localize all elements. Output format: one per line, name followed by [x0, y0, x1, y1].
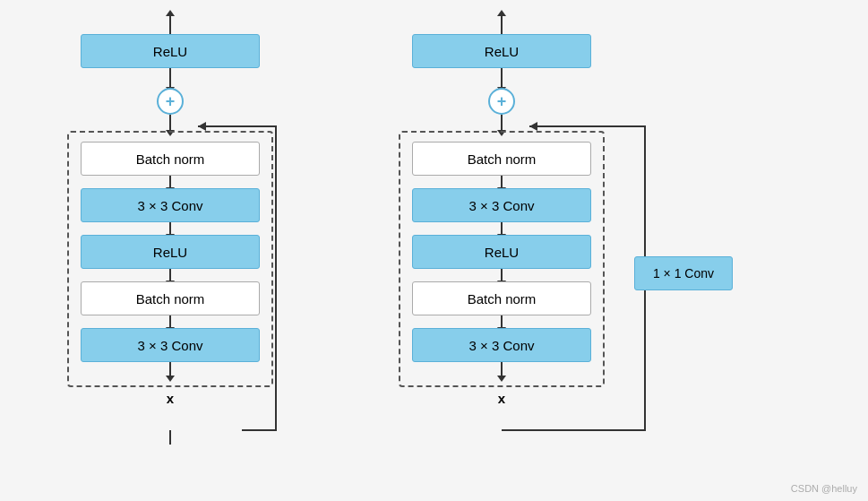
diagram-wrapper: ReLU + Batch norm 3 × 3 Conv — [0, 0, 868, 501]
bn2-left: Batch norm — [81, 142, 260, 176]
bn1-right: Batch norm — [412, 281, 591, 315]
relu-mid-left: ReLU — [81, 235, 260, 269]
label-x-right: x — [498, 391, 505, 406]
dashed-box-right: Batch norm 3 × 3 Conv ReLU Batch norm 3 … — [399, 131, 605, 387]
conv1-right: 3 × 3 Conv — [412, 328, 591, 362]
relu-mid-right: ReLU — [412, 235, 591, 269]
proj-conv-box: 1 × 1 Conv — [634, 256, 733, 290]
relu-top-right: ReLU — [412, 34, 591, 68]
dashed-box-left: Batch norm 3 × 3 Conv ReLU Batch norm — [67, 131, 273, 387]
conv1-left: 3 × 3 Conv — [81, 328, 260, 362]
conv2-right: 3 × 3 Conv — [412, 188, 591, 222]
bn1-left: Batch norm — [81, 281, 260, 315]
watermark: CSDN @helluy — [791, 483, 857, 494]
left-panel: ReLU + Batch norm 3 × 3 Conv — [54, 16, 287, 406]
relu-top-left: ReLU — [81, 34, 260, 68]
label-x-left: x — [167, 391, 174, 406]
plus-circle-right: + — [488, 88, 515, 115]
conv2-left: 3 × 3 Conv — [81, 188, 260, 222]
right-panel: ReLU + Batch norm 3 × 3 Conv ReLU — [385, 16, 618, 406]
plus-circle-left: + — [157, 88, 184, 115]
bn2-right: Batch norm — [412, 142, 591, 176]
